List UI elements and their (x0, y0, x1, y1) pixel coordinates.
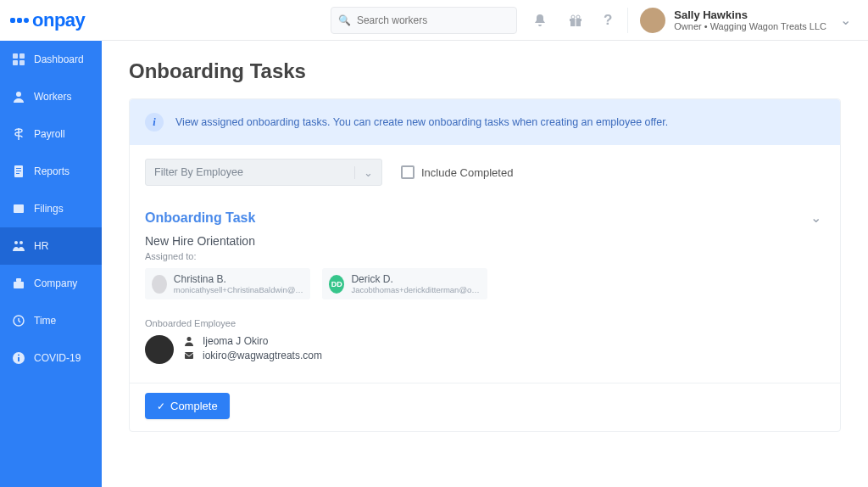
filters-row: Filter By Employee ⌄ Include Completed (130, 145, 840, 193)
filter-employee-placeholder: Filter By Employee (154, 166, 243, 178)
user-name: Sally Hawkins (674, 8, 826, 21)
svg-point-21 (571, 15, 575, 19)
svg-rect-24 (185, 352, 193, 359)
svg-point-22 (576, 15, 580, 19)
sidebar-item-label: Dashboard (34, 53, 84, 65)
svg-rect-1 (19, 53, 25, 59)
notifications-icon[interactable] (527, 9, 553, 31)
payroll-icon (12, 127, 25, 141)
brand-glyph-icon (10, 18, 29, 23)
topbar: 🔍 ? Sally Hawkins Owner • Wagging Wagon … (102, 0, 868, 41)
svg-point-17 (18, 355, 19, 356)
search-wrap: 🔍 (331, 7, 517, 34)
assignee-email: monicathysell+ChristinaBaldwin@onpay.com (174, 285, 303, 294)
reports-icon (12, 165, 25, 178)
sidebar-item-dashboard[interactable]: Dashboard (0, 41, 102, 78)
svg-rect-0 (13, 53, 18, 59)
sidebar-item-label: Time (34, 315, 56, 327)
sidebar-item-label: Workers (34, 91, 71, 103)
assignee-avatar: DD (329, 275, 344, 294)
svg-point-4 (16, 92, 21, 97)
employee-name: Ijeoma J Okiro (203, 335, 268, 347)
email-icon (184, 350, 196, 361)
sidebar-item-label: Reports (34, 165, 70, 177)
page-title: Onboarding Tasks (129, 59, 841, 83)
svg-rect-6 (16, 168, 21, 169)
person-icon (184, 336, 196, 346)
sidebar: onpay Dashboard Workers Payroll Reports … (0, 0, 102, 487)
include-completed-label: Include Completed (421, 166, 513, 179)
assignee-chip[interactable]: DD Derick D. Jacobthomas+derickditterman… (322, 268, 487, 299)
svg-point-23 (187, 337, 192, 341)
gift-icon[interactable] (563, 9, 588, 31)
filter-employee-dropdown[interactable]: Filter By Employee ⌄ (145, 159, 382, 186)
check-icon: ✓ (157, 400, 165, 412)
info-icon (12, 351, 25, 365)
sidebar-item-covid19[interactable]: COVID-19 (0, 339, 102, 377)
help-icon[interactable]: ? (598, 8, 617, 32)
search-input[interactable] (331, 7, 517, 34)
include-completed-checkbox[interactable]: Include Completed (401, 165, 513, 179)
sidebar-item-hr[interactable]: HR (0, 227, 102, 265)
svg-rect-7 (16, 171, 21, 171)
assigned-to-label: Assigned to: (145, 251, 825, 261)
time-icon (12, 314, 25, 327)
sidebar-item-label: COVID-19 (34, 352, 81, 364)
complete-button-label: Complete (170, 400, 218, 412)
sidebar-item-company[interactable]: Company (0, 265, 102, 302)
sidebar-nav: Dashboard Workers Payroll Reports Filing… (0, 41, 102, 487)
svg-rect-2 (13, 60, 18, 65)
chevron-down-icon: ⌄ (354, 166, 373, 179)
dashboard-icon (12, 53, 25, 66)
svg-rect-9 (14, 204, 24, 213)
svg-rect-3 (19, 60, 25, 65)
employee-avatar (145, 335, 174, 364)
collapse-toggle[interactable]: ⌄ (807, 206, 825, 229)
search-icon: 🔍 (338, 14, 351, 26)
main: 🔍 ? Sally Hawkins Owner • Wagging Wagon … (102, 0, 868, 487)
hr-icon (12, 239, 25, 253)
svg-point-11 (19, 241, 23, 244)
user-menu[interactable]: Sally Hawkins Owner • Wagging Wagon Trea… (627, 8, 856, 33)
complete-button[interactable]: ✓ Complete (145, 393, 230, 419)
svg-rect-8 (16, 173, 19, 174)
main-card: i View assigned onboarding tasks. You ca… (129, 98, 841, 432)
svg-rect-16 (18, 357, 19, 361)
employee-email: iokiro@wagwagtreats.com (203, 350, 322, 361)
sidebar-item-filings[interactable]: Filings (0, 190, 102, 227)
sidebar-item-label: Filings (34, 203, 64, 215)
onboarded-label: Onboarded Employee (145, 318, 825, 328)
filings-icon (12, 202, 25, 216)
company-icon (12, 277, 25, 290)
info-icon: i (145, 113, 164, 132)
checkbox-icon (401, 165, 415, 179)
svg-rect-13 (16, 278, 21, 282)
task-heading: Onboarding Task (145, 210, 255, 226)
workers-icon (12, 90, 25, 104)
sidebar-item-workers[interactable]: Workers (0, 78, 102, 115)
sidebar-item-reports[interactable]: Reports (0, 153, 102, 190)
brand-name: onpay (32, 9, 85, 31)
divider (130, 383, 840, 383)
sidebar-item-label: Company (34, 277, 77, 289)
brand-logo: onpay (0, 0, 102, 41)
assignee-email: Jacobthomas+derickditterman@onpay.com (351, 285, 481, 294)
sidebar-item-payroll[interactable]: Payroll (0, 115, 102, 153)
sidebar-item-label: HR (34, 240, 48, 252)
assignee-chip[interactable]: Christina B. monicathysell+ChristinaBald… (145, 268, 310, 299)
sidebar-item-time[interactable]: Time (0, 302, 102, 339)
task-title: New Hire Orientation (145, 234, 825, 248)
user-avatar (640, 8, 665, 33)
content: Onboarding Tasks i View assigned onboard… (102, 41, 868, 487)
onboarded-section: Onboarded Employee Ijeoma J Okiro (145, 318, 825, 364)
user-role: Owner • Wagging Wagon Treats LLC (674, 21, 826, 31)
sidebar-item-label: Payroll (34, 128, 65, 140)
assignee-avatar (152, 275, 167, 294)
chevron-down-icon: ⌄ (835, 12, 856, 28)
assignee-name: Derick D. (351, 273, 481, 285)
banner-text: View assigned onboarding tasks. You can … (175, 116, 668, 128)
svg-rect-20 (575, 19, 576, 26)
assignees-list: Christina B. monicathysell+ChristinaBald… (145, 268, 825, 299)
assignee-name: Christina B. (174, 273, 303, 285)
info-banner: i View assigned onboarding tasks. You ca… (130, 99, 840, 145)
